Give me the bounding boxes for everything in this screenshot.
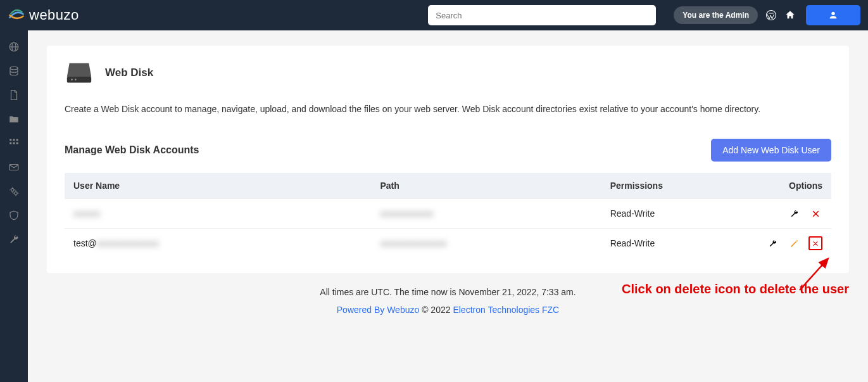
- svg-rect-10: [16, 143, 18, 144]
- svg-rect-5: [9, 139, 11, 141]
- cell-path: xxxxxxxxxxxxxxx: [371, 229, 601, 258]
- svg-rect-14: [67, 77, 91, 83]
- powered-by-link[interactable]: Powered By Webuzo: [337, 305, 419, 315]
- table-row: xxxxxx xxxxxxxxxxxx Read-Write: [65, 199, 831, 229]
- home-icon[interactable]: [784, 10, 796, 21]
- shield-icon[interactable]: [8, 209, 20, 222]
- search-input[interactable]: [428, 5, 656, 25]
- accounts-table: User Name Path Permissions Options xxxxx…: [65, 173, 831, 258]
- svg-point-1: [831, 12, 834, 15]
- svg-rect-7: [16, 139, 18, 141]
- logo-swirl-icon: [8, 6, 25, 24]
- svg-point-4: [10, 67, 18, 70]
- svg-rect-6: [13, 139, 15, 141]
- folder-icon[interactable]: [8, 113, 20, 125]
- globe-icon[interactable]: [8, 41, 20, 53]
- webdisk-icon: [65, 61, 94, 85]
- cell-permissions: Read-Write: [601, 229, 717, 258]
- page-description: Create a Web Disk account to manage, nav…: [65, 103, 831, 116]
- delete-icon[interactable]: [808, 207, 822, 220]
- svg-point-16: [75, 79, 77, 80]
- table-row: test@xxxxxxxxxxxxxx xxxxxxxxxxxxxxx Read…: [65, 229, 831, 258]
- svg-rect-11: [9, 165, 18, 170]
- file-icon[interactable]: [8, 89, 20, 101]
- apps-icon[interactable]: [8, 137, 20, 150]
- user-icon: [828, 10, 838, 20]
- svg-rect-9: [13, 143, 15, 144]
- svg-point-13: [15, 192, 18, 195]
- cell-path: xxxxxxxxxxxx: [371, 199, 601, 229]
- svg-rect-8: [9, 143, 11, 144]
- delete-icon[interactable]: [808, 236, 822, 250]
- wrench-icon[interactable]: [8, 233, 20, 246]
- col-options: Options: [716, 173, 831, 199]
- cell-permissions: Read-Write: [601, 199, 717, 229]
- cell-username: test@xxxxxxxxxxxxxx: [65, 229, 371, 258]
- col-path: Path: [371, 173, 601, 199]
- add-webdisk-user-button[interactable]: Add New Web Disk User: [711, 139, 831, 162]
- logo-text: webuzo: [29, 7, 79, 23]
- user-menu-button[interactable]: [806, 5, 860, 25]
- svg-point-12: [11, 189, 15, 192]
- logo[interactable]: webuzo: [8, 6, 79, 24]
- admin-badge: You are the Admin: [674, 6, 758, 24]
- configure-icon[interactable]: [765, 236, 779, 250]
- mail-icon[interactable]: [8, 161, 20, 174]
- page-title: Web Disk: [105, 67, 153, 79]
- annotation-text: Click on delete icon to delete the user: [622, 282, 849, 296]
- database-icon[interactable]: [8, 65, 20, 77]
- main-card: Web Disk Create a Web Disk account to ma…: [47, 46, 849, 273]
- col-username: User Name: [65, 173, 371, 199]
- gears-icon[interactable]: [8, 185, 20, 198]
- section-title: Manage Web Disk Accounts: [65, 144, 199, 156]
- company-link[interactable]: Electron Technologies FZC: [453, 305, 559, 315]
- configure-icon[interactable]: [787, 207, 801, 220]
- wordpress-icon[interactable]: [765, 10, 777, 21]
- svg-point-15: [71, 79, 73, 80]
- edit-icon[interactable]: [787, 236, 801, 250]
- cell-username: xxxxxx: [65, 199, 371, 229]
- col-permissions: Permissions: [601, 173, 717, 199]
